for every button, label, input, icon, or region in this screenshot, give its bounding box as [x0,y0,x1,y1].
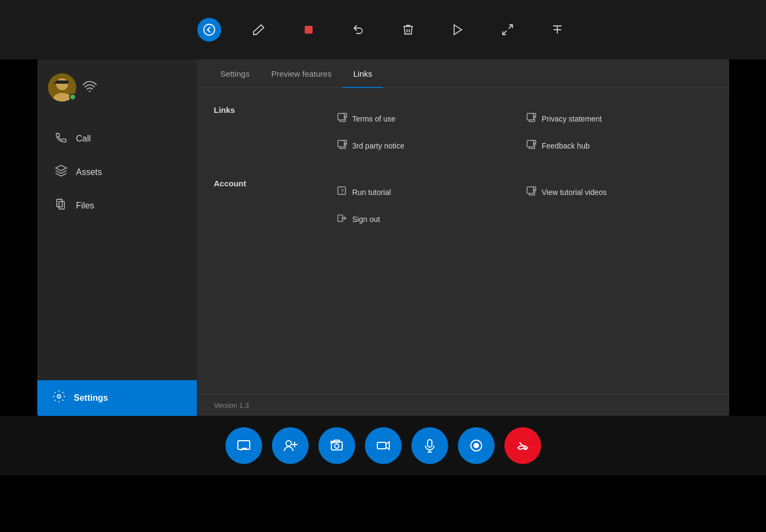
svg-point-7 [56,78,68,90]
svg-marker-3 [454,25,462,35]
external-link-icon-3 [337,140,347,152]
sections-wrapper: Links Terms of use [214,105,712,377]
sidebar-item-call[interactable]: Call [42,123,192,154]
play-button[interactable] [446,18,470,42]
files-icon [55,198,68,214]
svg-point-11 [89,90,90,92]
svg-point-14 [57,395,61,398]
external-link-icon [337,113,347,125]
version-bar: Version 1.3 [197,394,729,416]
record-button[interactable] [458,427,495,464]
view-tutorial-text: View tutorial videos [542,188,607,197]
main-area: Call Assets Files [37,59,729,416]
gear-icon [52,390,65,406]
svg-point-0 [204,24,215,35]
call-label: Call [76,134,91,144]
bottom-toolbar [0,416,766,475]
microphone-button[interactable] [411,427,448,464]
sign-out-link[interactable]: Sign out [333,206,523,233]
run-tutorial-text: Run tutorial [352,188,391,197]
avatar [48,73,76,102]
chat-button[interactable] [225,427,262,464]
sidebar-item-files[interactable]: Files [42,190,192,221]
terms-text: Terms of use [352,115,396,123]
svg-rect-2 [304,26,312,34]
feedback-text: Feedback hub [542,142,590,150]
svg-rect-32 [377,442,386,449]
version-text: Version 1.3 [214,401,249,409]
settings-label: Settings [74,393,108,403]
view-tutorial-videos-link[interactable]: View tutorial videos [522,179,712,206]
third-party-notice-link[interactable]: 3rd party notice [333,132,523,159]
user-section [37,68,197,112]
tab-preview[interactable]: Preview features [261,59,343,88]
svg-rect-15 [338,113,344,120]
account-section-label-col: Account [214,179,333,233]
svg-point-25 [286,441,291,446]
svg-rect-18 [527,140,534,147]
links-section-label: Links [214,103,235,115]
svg-rect-13 [59,201,64,209]
svg-point-37 [474,443,479,448]
third-party-text: 3rd party notice [352,142,405,150]
question-icon: ? [337,186,347,198]
connection-icon [83,80,97,95]
tab-links[interactable]: Links [342,59,383,88]
svg-rect-16 [527,113,534,120]
tabs-row: Settings Preview features Links [197,59,729,88]
svg-point-30 [335,444,339,448]
svg-point-1 [207,29,208,31]
pin-button[interactable] [545,18,569,42]
sidebar-item-assets[interactable]: Assets [42,157,192,188]
terms-of-use-link[interactable]: Terms of use [333,105,523,132]
svg-text:?: ? [340,188,343,194]
top-toolbar [0,0,766,59]
svg-rect-10 [54,82,57,84]
sidebar-item-settings[interactable]: Settings [37,380,197,416]
nav-items: Call Assets Files [37,112,197,380]
screenshot-button[interactable] [318,427,355,464]
feedback-hub-link[interactable]: Feedback hub [522,132,712,159]
tab-settings[interactable]: Settings [210,59,261,88]
video-button[interactable] [365,427,402,464]
run-tutorial-link[interactable]: ? Run tutorial [333,179,523,206]
privacy-statement-link[interactable]: Privacy statement [522,105,712,132]
external-link-icon-2 [527,113,536,125]
account-section-label: Account [214,177,247,188]
back-button[interactable] [197,18,221,42]
edit-button[interactable] [247,18,271,42]
delete-button[interactable] [396,18,420,42]
links-section-row: Links Terms of use [214,105,712,159]
expand-button[interactable] [496,18,519,42]
links-grid: Terms of use Privacy statement [333,105,712,159]
signout-icon [337,213,347,225]
external-link-icon-4 [527,140,536,152]
sign-out-text: Sign out [352,215,380,224]
undo-button[interactable] [347,18,370,42]
cube-icon [55,164,68,180]
files-label: Files [76,201,95,211]
panel-body: Links Terms of use [197,88,729,394]
online-status [69,93,76,100]
links-section-label-col: Links [214,105,333,159]
svg-rect-9 [56,80,69,84]
phone-icon [55,131,68,147]
content-panel: Settings Preview features Links Links [197,59,729,416]
stop-button[interactable] [297,18,321,42]
external-link-icon-5 [527,186,536,198]
end-call-button[interactable] [504,427,541,464]
svg-rect-21 [527,187,534,193]
privacy-text: Privacy statement [542,115,602,123]
sidebar: Call Assets Files [37,59,197,416]
svg-rect-33 [428,440,432,447]
add-participant-button[interactable] [272,427,309,464]
assets-label: Assets [76,167,102,177]
svg-rect-12 [57,199,62,207]
svg-rect-17 [338,140,344,147]
account-section-row: Account ? Run tutorial [214,179,712,233]
account-grid: ? Run tutorial [333,179,712,233]
